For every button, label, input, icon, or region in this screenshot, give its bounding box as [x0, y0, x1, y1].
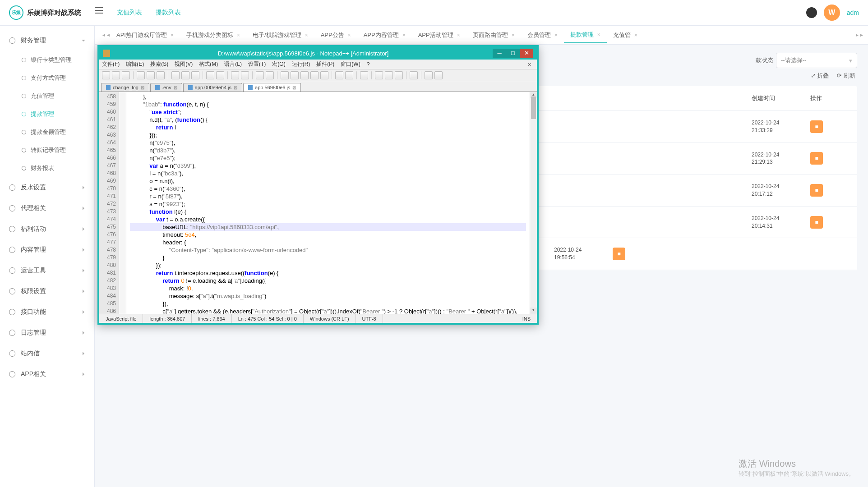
sidebar-group-8[interactable]: 日志管理 [0, 322, 94, 343]
npp-menu-item-5[interactable]: 语言(L) [224, 60, 242, 68]
tab-close-icon[interactable]: × [348, 32, 351, 38]
npp-toolbar-button[interactable] [241, 71, 249, 79]
avatar[interactable]: W [824, 5, 840, 21]
fold-button[interactable]: ⤢ 折叠 [811, 72, 829, 80]
tab-2[interactable]: 电子/棋牌游戏管理× [246, 27, 314, 43]
sidebar-item-0-5[interactable]: 转账记录管理 [0, 141, 94, 159]
npp-filetab-0[interactable]: change_log⊠ [101, 83, 149, 92]
npp-toolbar-button[interactable] [375, 71, 383, 79]
npp-vertical-scrollbar[interactable]: ▴ ▾ [530, 92, 537, 314]
npp-maximize-button[interactable]: □ [506, 49, 520, 58]
tab-close-icon[interactable]: × [305, 32, 308, 38]
npp-toolbar-button[interactable] [300, 71, 309, 79]
sidebar-group-6[interactable]: 权限设置 [0, 281, 94, 302]
npp-code-area[interactable]: }, "1bab": function(e, t, n) { "use stri… [126, 92, 530, 314]
tab-5[interactable]: APP活动管理× [412, 27, 466, 43]
tabs-scroll-left[interactable]: ◄◄ [102, 32, 108, 38]
npp-toolbar-button[interactable] [385, 71, 393, 79]
sidebar-item-0-4[interactable]: 提款金额管理 [0, 123, 94, 141]
sidebar-group-2[interactable]: 代理相关 [0, 198, 94, 219]
sidebar-item-0-0[interactable]: 银行卡类型管理 [0, 51, 94, 69]
npp-toolbar-button[interactable] [434, 71, 443, 79]
npp-menu-item-2[interactable]: 搜索(S) [150, 60, 168, 68]
tab-8[interactable]: 提款管理× [564, 27, 607, 43]
npp-toolbar-button[interactable] [320, 71, 328, 79]
sidebar-group-4[interactable]: 内容管理 [0, 239, 94, 260]
sidebar-group-10[interactable]: APP相关 [0, 364, 94, 385]
npp-toolbar-button[interactable] [191, 71, 199, 79]
npp-toolbar-button[interactable] [171, 71, 180, 79]
npp-toolbar-button[interactable] [216, 71, 224, 79]
row-action-button[interactable]: ■ [810, 216, 823, 229]
scroll-down-arrow[interactable]: ▾ [530, 308, 537, 314]
tab-close-icon[interactable]: × [402, 32, 406, 38]
npp-toolbar-button[interactable] [335, 71, 343, 79]
npp-filetab-close-icon[interactable]: ⊠ [174, 85, 177, 90]
tab-close-icon[interactable]: × [597, 32, 600, 38]
language-icon[interactable] [806, 7, 817, 18]
tab-9[interactable]: 充值管× [607, 27, 644, 43]
npp-toolbar-button[interactable] [256, 71, 264, 79]
sidebar-group-5[interactable]: 运营工具 [0, 260, 94, 281]
npp-menu-item-1[interactable]: 编辑(E) [126, 60, 144, 68]
npp-toolbar-button[interactable] [345, 71, 353, 79]
npp-menu-item-11[interactable]: ? [367, 61, 370, 68]
row-action-button[interactable]: ■ [810, 152, 823, 165]
npp-toolbar-button[interactable] [291, 71, 299, 79]
npp-toolbar-button[interactable] [181, 71, 189, 79]
tab-7[interactable]: 会员管理× [521, 27, 564, 43]
npp-toolbar-button[interactable] [147, 71, 155, 79]
npp-toolbar-button[interactable] [231, 71, 239, 79]
npp-filetab-1[interactable]: .env⊠ [150, 83, 182, 92]
row-action-button[interactable]: ■ [613, 248, 625, 260]
tab-close-icon[interactable]: × [512, 32, 515, 38]
npp-menu-item-10[interactable]: 窗口(W) [341, 60, 360, 68]
tab-0[interactable]: API热门游戏厅管理× [110, 27, 180, 43]
npp-toolbar-button[interactable] [281, 71, 289, 79]
npp-toolbar-button[interactable] [395, 71, 403, 79]
sidebar-item-0-1[interactable]: 支付方式管理 [0, 69, 94, 87]
row-action-button[interactable]: ■ [810, 120, 823, 133]
npp-menu-item-6[interactable]: 设置(T) [248, 60, 266, 68]
npp-menu-item-3[interactable]: 视图(V) [175, 60, 193, 68]
sidebar-item-0-6[interactable]: 财务报表 [0, 159, 94, 177]
tab-close-icon[interactable]: × [457, 32, 460, 38]
header-link-0[interactable]: 充值列表 [117, 9, 142, 17]
tab-1[interactable]: 手机游戏分类图标× [180, 27, 246, 43]
npp-titlebar[interactable]: D:\www\wap\static\js\app.5698f0e6.js - N… [99, 47, 537, 60]
refresh-button[interactable]: ⟳ 刷新 [837, 72, 855, 80]
tab-close-icon[interactable]: × [171, 32, 174, 38]
npp-filetab-close-icon[interactable]: ⊠ [292, 85, 296, 90]
npp-toolbar-button[interactable] [266, 71, 274, 79]
header-link-1[interactable]: 提款列表 [156, 9, 181, 17]
npp-filetab-close-icon[interactable]: ⊠ [234, 85, 237, 90]
npp-toolbar-button[interactable] [360, 71, 368, 79]
username-label[interactable]: adm [847, 9, 859, 16]
npp-doc-close-icon[interactable]: × [525, 61, 534, 68]
npp-toolbar-button[interactable] [102, 71, 110, 79]
npp-filetab-2[interactable]: app.000e9eb4.js⊠ [183, 83, 242, 92]
row-action-button[interactable]: ■ [810, 184, 823, 197]
tab-6[interactable]: 页面路由管理× [466, 27, 521, 43]
tab-close-icon[interactable]: × [237, 32, 240, 38]
tab-4[interactable]: APP内容管理× [357, 27, 412, 43]
npp-toolbar-button[interactable] [112, 71, 120, 79]
npp-filetab-close-icon[interactable]: ⊠ [141, 85, 144, 90]
npp-toolbar-button[interactable] [310, 71, 319, 79]
npp-minimize-button[interactable]: ─ [493, 49, 506, 58]
menu-toggle-button[interactable] [95, 7, 106, 18]
npp-menu-item-8[interactable]: 运行(R) [292, 60, 310, 68]
npp-toolbar-button[interactable] [410, 71, 418, 79]
sidebar-group-3[interactable]: 福利活动 [0, 219, 94, 239]
scrollbar-thumb[interactable] [531, 96, 536, 119]
npp-menu-item-9[interactable]: 插件(P) [316, 60, 334, 68]
tabs-scroll-right[interactable]: ►► [855, 32, 861, 38]
sidebar-group-0[interactable]: 财务管理 [0, 30, 94, 51]
tab-3[interactable]: APP公告× [314, 27, 357, 43]
filter-status-select[interactable]: --请选择-- ▾ [776, 53, 857, 68]
tab-close-icon[interactable]: × [634, 32, 637, 38]
sidebar-group-1[interactable]: 反水设置 [0, 177, 94, 198]
npp-close-button[interactable]: ✕ [520, 49, 533, 58]
sidebar-group-9[interactable]: 站内信 [0, 343, 94, 364]
npp-filetab-3[interactable]: app.5698f0e6.js⊠ [243, 83, 301, 92]
